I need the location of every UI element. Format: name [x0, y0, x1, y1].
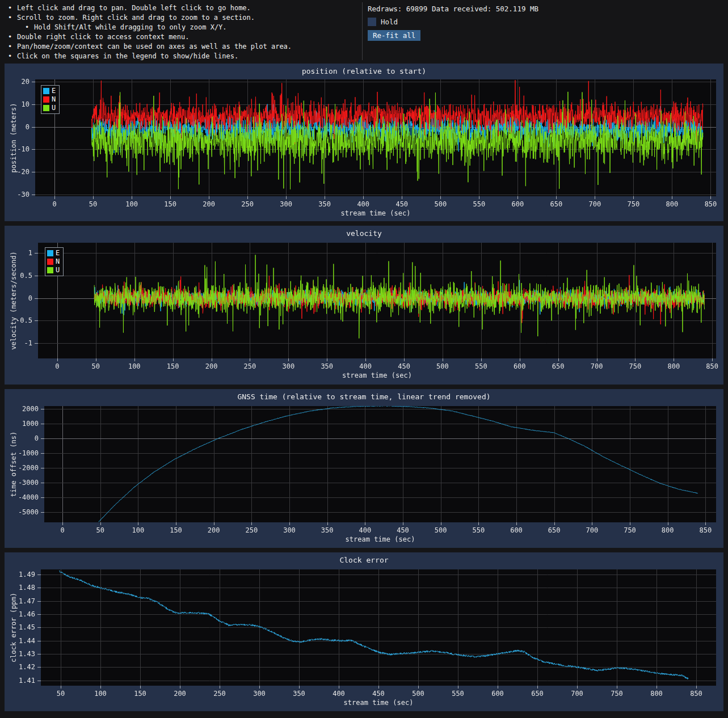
instruction-text: Pan/home/zoom/context can be used on axe… — [17, 43, 292, 50]
position-legend: E N U — [41, 85, 60, 114]
hold-label: Hold — [381, 18, 398, 26]
velocity-legend: E N U — [45, 247, 64, 276]
legend-row: E — [47, 250, 60, 257]
instruction-item: •Left click and drag to pan. Double left… — [8, 3, 354, 13]
legend-toggle-e-icon[interactable] — [43, 88, 49, 94]
legend-toggle-u-icon[interactable] — [47, 267, 53, 273]
bullet-icon: • — [8, 52, 17, 61]
legend-toggle-n-icon[interactable] — [43, 96, 49, 103]
bullet-icon: • — [8, 32, 17, 42]
gnss-time-chart-canvas[interactable] — [5, 389, 723, 548]
legend-label: N — [52, 96, 56, 103]
legend-toggle-u-icon[interactable] — [43, 105, 49, 111]
instructions-list: •Left click and drag to pan. Double left… — [8, 3, 354, 61]
toolbar: •Left click and drag to pan. Double left… — [0, 0, 728, 64]
header-divider — [362, 2, 363, 60]
legend-row: E — [43, 87, 56, 95]
hold-checkbox[interactable] — [368, 18, 376, 26]
header-controls: Redraws: 69899 Data received: 502.119 MB… — [368, 5, 538, 41]
stats-text: Redraws: 69899 Data received: 502.119 MB — [368, 5, 538, 13]
instruction-item: •Scroll to zoom. Right click and drag to… — [8, 13, 354, 23]
instruction-text: Click on the squares in the legend to sh… — [17, 52, 238, 60]
clock-error-chart-title: Clock error — [5, 556, 723, 564]
legend-row: U — [43, 104, 56, 112]
bullet-icon: • — [8, 3, 17, 13]
legend-label: U — [56, 267, 60, 274]
bullet-icon: • — [8, 42, 17, 52]
instruction-text: Double right click to access context men… — [17, 33, 189, 41]
instruction-item: •Hold Shift/Alt while dragging to only z… — [25, 23, 354, 32]
velocity-chart-canvas[interactable] — [5, 226, 723, 385]
instruction-item: •Click on the squares in the legend to s… — [8, 52, 354, 61]
refit-all-button[interactable]: Re-fit all — [368, 30, 420, 41]
instruction-item: •Double right click to access context me… — [8, 32, 354, 42]
position-chart-canvas[interactable] — [5, 64, 723, 221]
instruction-text: Hold Shift/Alt while dragging to only zo… — [34, 23, 227, 31]
velocity-chart-panel: velocity E N U — [5, 226, 723, 385]
instruction-item: •Pan/home/zoom/context can be used on ax… — [8, 42, 354, 52]
position-chart-panel: position (relative to start) E N U — [5, 64, 723, 221]
legend-row: N — [43, 96, 56, 103]
bullet-icon: • — [8, 13, 17, 23]
clock-error-chart-panel: Clock error — [5, 552, 723, 711]
legend-row: U — [47, 267, 60, 274]
legend-toggle-n-icon[interactable] — [47, 259, 53, 265]
legend-label: E — [52, 87, 56, 95]
legend-toggle-e-icon[interactable] — [47, 250, 53, 256]
legend-label: N — [56, 258, 60, 265]
legend-row: N — [47, 258, 60, 265]
gnss-time-chart-panel: GNSS time (relative to stream time, line… — [5, 389, 723, 548]
velocity-chart-title: velocity — [5, 229, 723, 238]
hold-control: Hold — [368, 18, 538, 26]
bullet-icon: • — [25, 23, 34, 32]
legend-label: E — [56, 250, 60, 257]
clock-error-chart-canvas[interactable] — [5, 552, 723, 711]
instruction-text: Left click and drag to pan. Double left … — [17, 4, 251, 12]
legend-label: U — [52, 104, 56, 112]
instruction-text: Scroll to zoom. Right click and drag to … — [17, 14, 255, 22]
gnss-time-chart-title: GNSS time (relative to stream time, line… — [5, 392, 723, 401]
position-chart-title: position (relative to start) — [5, 67, 723, 75]
